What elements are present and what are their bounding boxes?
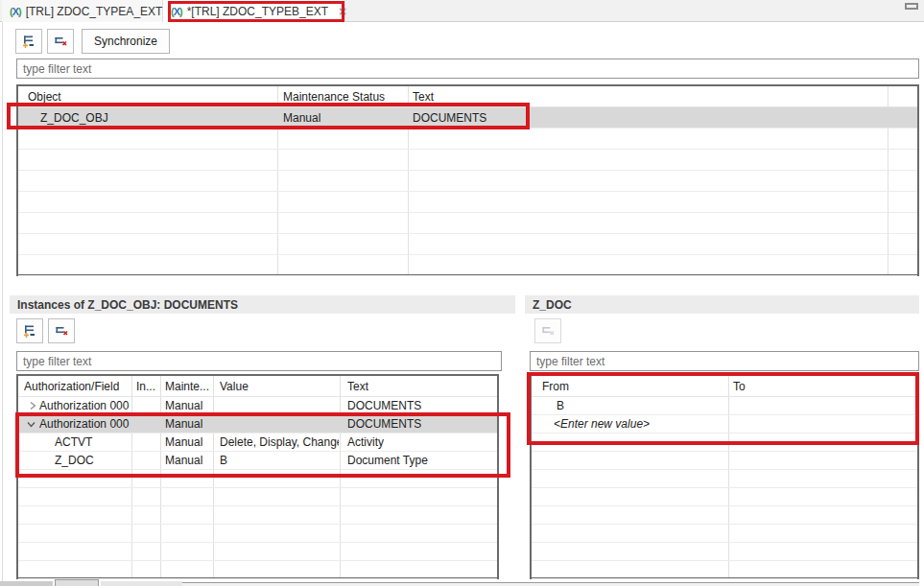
tab-label: [TRL] ZDOC_TYPEA_EXT — [26, 5, 163, 18]
authorization-row-collapsed[interactable]: Authorization 000 Manual DOCUMENTS — [18, 397, 497, 415]
instances-table-header: Authorization/Field In... Mainte... Valu… — [18, 376, 497, 397]
window-left-border — [2, 0, 3, 586]
cell-status: Manual — [283, 107, 320, 128]
empty-row — [532, 561, 917, 579]
delete-instance-button[interactable] — [48, 318, 75, 343]
value-row-b[interactable]: B — [532, 397, 917, 415]
delete-row-icon — [53, 34, 68, 49]
empty-row — [532, 488, 917, 506]
cell-enter-new-value: <Enter new value> — [554, 415, 650, 433]
values-filter-input[interactable] — [530, 351, 919, 371]
cell-authorization: Authorization 000 — [39, 415, 130, 433]
instances-title-label: Instances of Z_DOC_OBJ: DOCUMENTS — [17, 298, 238, 312]
synchronize-label: Synchronize — [94, 35, 157, 48]
field-row-zdoc[interactable]: Z_DOC Manual B Document Type — [18, 452, 497, 470]
synchronize-button[interactable]: Synchronize — [82, 29, 170, 54]
values-table-header: From To — [532, 376, 917, 397]
empty-row — [18, 543, 497, 561]
tab-zdoc-typea-ext[interactable]: (X) [TRL] ZDOC_TYPEA_EXT — [2, 0, 163, 22]
cell-object: Z_DOC_OBJ — [40, 107, 108, 128]
field-title-label: Z_DOC — [533, 298, 572, 312]
cell-text: DOCUMENTS — [413, 107, 486, 128]
empty-row — [18, 506, 497, 525]
column-header-in[interactable]: In... — [136, 376, 155, 396]
minimize-view-button[interactable] — [905, 3, 918, 10]
empty-row — [532, 525, 917, 543]
add-row-icon — [22, 323, 37, 339]
empty-row — [532, 452, 917, 470]
bottom-clipped-segment — [55, 579, 99, 586]
column-header-text[interactable]: Text — [413, 86, 434, 106]
empty-row — [18, 255, 917, 276]
empty-row — [532, 543, 917, 561]
cell-value: B — [220, 452, 339, 469]
bottom-clipped-segment — [182, 582, 919, 586]
tab-label: *[TRL] ZDOC_TYPEB_EXT — [187, 5, 328, 18]
chevron-down-icon[interactable] — [26, 415, 36, 433]
column-header-maintenance-status[interactable]: Maintenance Status — [283, 86, 385, 106]
empty-row — [18, 525, 497, 543]
cell-maintenance: Manual — [165, 434, 202, 451]
empty-row — [532, 506, 917, 525]
chevron-right-icon[interactable] — [28, 397, 37, 414]
close-tab-icon[interactable]: × — [339, 5, 346, 18]
empty-row — [18, 488, 497, 506]
authorization-row-expanded[interactable]: Authorization 000 Manual DOCUMENTS — [18, 415, 497, 434]
empty-row — [532, 434, 917, 452]
cell-maintenance: Manual — [165, 452, 202, 469]
delete-row-icon — [54, 323, 69, 339]
empty-row — [18, 234, 917, 255]
column-header-authorization-field[interactable]: Authorization/Field — [24, 376, 119, 396]
delete-value-button-disabled — [534, 318, 561, 343]
cell-maintenance: Manual — [165, 397, 202, 414]
enter-new-value-row[interactable]: <Enter new value> — [532, 415, 917, 434]
empty-row — [18, 470, 497, 488]
object-filter-input[interactable] — [16, 59, 919, 79]
column-header-maintenance[interactable]: Mainte... — [165, 376, 209, 396]
column-header-object[interactable]: Object — [28, 86, 61, 106]
object-table-header: Object Maintenance Status Text — [18, 86, 917, 107]
authorization-object-icon: (X) — [171, 6, 182, 17]
add-instance-button[interactable] — [16, 318, 43, 343]
cell-field: ACTVT — [55, 434, 130, 451]
authorization-object-icon: (X) — [10, 6, 21, 17]
delete-row-icon-disabled — [540, 323, 556, 339]
bottom-clipped-segment — [101, 581, 182, 586]
field-values-table: From To B <Enter new value> — [530, 374, 919, 579]
column-header-from[interactable]: From — [542, 376, 569, 396]
add-row-button[interactable] — [15, 29, 42, 54]
cell-field: Z_DOC — [55, 452, 130, 469]
object-table: Object Maintenance Status Text Z_DOC_OBJ… — [16, 84, 919, 276]
column-header-value[interactable]: Value — [220, 376, 249, 396]
cell-text: DOCUMENTS — [347, 397, 421, 414]
empty-row — [18, 192, 917, 213]
cell-authorization: Authorization 000 — [39, 397, 130, 414]
empty-row — [18, 129, 917, 150]
cell-maintenance: Manual — [165, 415, 202, 433]
add-row-icon — [21, 34, 36, 49]
cell-value: Delete, Display, Change, — [220, 434, 339, 451]
cell-text: Document Type — [347, 452, 428, 469]
empty-row — [18, 561, 497, 579]
bottom-clipped-segment — [0, 581, 53, 586]
empty-row — [18, 171, 917, 192]
column-header-text[interactable]: Text — [347, 376, 368, 396]
editor-tab-strip: (X) [TRL] ZDOC_TYPEA_EXT (X) *[TRL] ZDOC… — [0, 0, 924, 22]
instances-section-title: Instances of Z_DOC_OBJ: DOCUMENTS — [10, 295, 515, 314]
field-row-actvt[interactable]: ACTVT Manual Delete, Display, Change, Ac… — [18, 434, 497, 452]
empty-row — [532, 470, 917, 488]
authorization-editor-window: (X) [TRL] ZDOC_TYPEA_EXT (X) *[TRL] ZDOC… — [0, 0, 924, 586]
empty-row — [18, 213, 917, 234]
cell-from: B — [557, 397, 564, 414]
object-row-zdocobj[interactable]: Z_DOC_OBJ Manual DOCUMENTS — [18, 107, 917, 129]
instances-table: Authorization/Field In... Mainte... Valu… — [16, 374, 499, 579]
empty-row — [18, 150, 917, 171]
cell-text: Activity — [347, 434, 384, 451]
delete-row-button[interactable] — [47, 29, 74, 54]
tab-zdoc-typeb-ext[interactable]: (X) *[TRL] ZDOC_TYPEB_EXT × — [163, 0, 345, 22]
instances-filter-input[interactable] — [16, 351, 502, 371]
cell-text: DOCUMENTS — [347, 415, 421, 433]
column-header-to[interactable]: To — [733, 376, 746, 396]
field-values-section-title: Z_DOC — [525, 295, 919, 314]
